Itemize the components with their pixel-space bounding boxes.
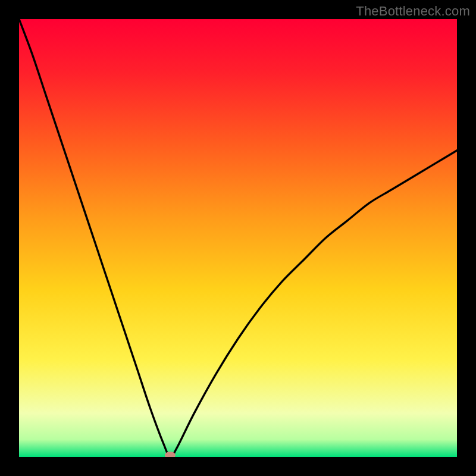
bottleneck-chart [19,19,457,457]
watermark-text: TheBottleneck.com [356,4,470,19]
chart-background [19,19,457,457]
chart-frame [19,19,457,457]
